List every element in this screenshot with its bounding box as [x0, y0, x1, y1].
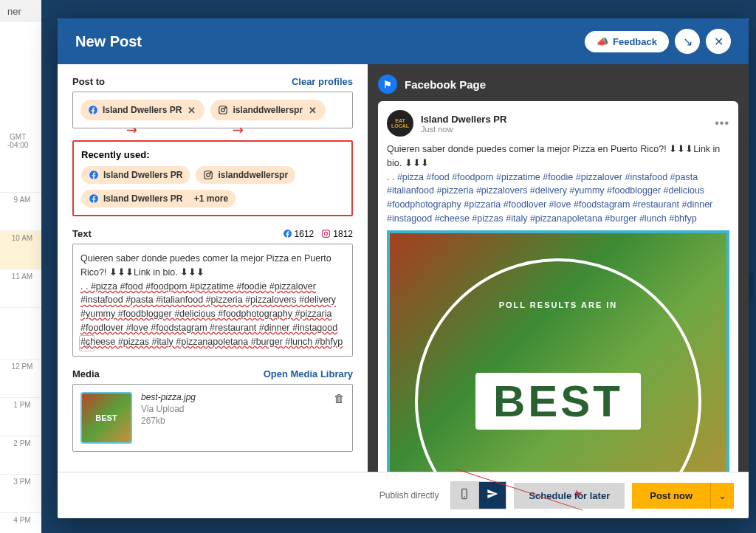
- text-label: Text: [72, 228, 92, 239]
- feedback-button[interactable]: 📣 Feedback: [585, 31, 669, 52]
- flag-icon: ⚑: [378, 75, 397, 94]
- profiles-input[interactable]: Island Dwellers PR ✕ islanddwellerspr ✕ …: [72, 92, 353, 128]
- timezone-label: GMT -04:00: [7, 133, 28, 149]
- recent-chip[interactable]: Island Dwellers PR: [81, 166, 190, 184]
- media-filename: best-pizza.jpg: [141, 392, 325, 402]
- facebook-preview-card: EAT LOCAL Island Dwellers PR Just now ••…: [378, 101, 738, 472]
- modal-header: New Post 📣 Feedback ↘ ✕: [58, 18, 749, 64]
- facebook-icon: [89, 193, 99, 204]
- clear-profiles-link[interactable]: Clear profiles: [292, 76, 353, 87]
- hour-10am: 10 AM: [0, 230, 44, 269]
- preview-image: POLL RESULTS ARE IN BEST THE BEST PIZZAS…: [387, 230, 729, 472]
- hour-4pm: 4 PM: [0, 512, 44, 533]
- hour-2pm: 2 PM: [0, 436, 44, 474]
- facebook-icon: [88, 105, 98, 115]
- media-source: Via Upload: [141, 404, 325, 414]
- trash-icon: 🗑: [334, 392, 345, 405]
- post-text-input[interactable]: Quieren saber donde puedes comer la mejo…: [72, 244, 353, 357]
- recently-used-label: Recently used:: [81, 149, 344, 160]
- more-horizontal-icon: •••: [715, 117, 729, 129]
- media-label: Media: [72, 368, 100, 379]
- svg-point-5: [210, 172, 211, 173]
- close-button[interactable]: ✕: [706, 29, 731, 54]
- badge-mid-text: BEST: [475, 373, 641, 430]
- post-dropdown-button[interactable]: ⌄: [710, 483, 734, 509]
- post-time: Just now: [421, 125, 506, 134]
- char-counts: 1612 1812: [283, 229, 353, 239]
- page-name: Island Dwellers PR: [421, 114, 506, 125]
- delete-media-button[interactable]: 🗑: [334, 392, 345, 405]
- recent-chip[interactable]: islanddwellerspr: [196, 166, 295, 184]
- hour-11am: 11 AM: [0, 269, 44, 307]
- hour-9am: 9 AM: [0, 192, 44, 230]
- svg-point-7: [325, 232, 328, 235]
- post-to-label: Post to: [72, 76, 105, 87]
- direct-publish-button[interactable]: [478, 481, 506, 509]
- preview-text: Quieren saber donde puedes comer la mejo…: [387, 144, 720, 168]
- schedule-button[interactable]: Schedule for later: [514, 483, 625, 509]
- instagram-icon: [218, 105, 228, 115]
- media-library-link[interactable]: Open Media Library: [264, 368, 353, 379]
- compose-panel: Post to Clear profiles Island Dwellers P…: [58, 64, 368, 472]
- post-menu-button[interactable]: •••: [715, 117, 729, 130]
- media-thumbnail[interactable]: BEST: [80, 392, 132, 444]
- preview-panel: ⚑ Facebook Page EAT LOCAL Island Dweller…: [368, 64, 749, 472]
- modal-footer: Publish directly Schedule for later Post…: [58, 472, 749, 518]
- publish-directly-label: Publish directly: [379, 490, 439, 501]
- emoji-button[interactable]: ☺: [79, 335, 95, 351]
- svg-rect-6: [323, 230, 330, 238]
- mobile-icon: [458, 488, 470, 503]
- instagram-icon: [203, 170, 213, 180]
- modal-title: New Post: [75, 33, 142, 50]
- remove-chip-icon[interactable]: ✕: [186, 105, 197, 116]
- preview-hashtags: . . #pizza #food #foodporn #pizzatime #f…: [387, 172, 712, 224]
- post-now-button[interactable]: Post now: [632, 483, 710, 509]
- new-post-modal: New Post 📣 Feedback ↘ ✕ Post to Clear pr…: [58, 18, 749, 518]
- svg-rect-8: [462, 489, 467, 498]
- remove-chip-icon[interactable]: ✕: [307, 105, 318, 116]
- hour-3pm: 3 PM: [0, 474, 44, 512]
- svg-point-2: [225, 107, 226, 108]
- hour-12pm: 12 PM: [0, 359, 44, 397]
- svg-point-4: [207, 173, 210, 177]
- recently-used-box: Recently used: Island Dwellers PR island…: [72, 140, 353, 216]
- recent-chip[interactable]: Island Dwellers PR +1 more: [81, 190, 236, 207]
- hour-1pm: 1 PM: [0, 397, 44, 436]
- chevron-down-icon: ⌄: [718, 490, 726, 501]
- send-icon: [487, 488, 498, 503]
- megaphone-icon: 📣: [597, 36, 608, 47]
- media-item: BEST best-pizza.jpg Via Upload 267kb 🗑: [72, 384, 353, 452]
- page-avatar: EAT LOCAL: [387, 110, 413, 137]
- instagram-icon: [321, 229, 331, 238]
- profile-chip-instagram[interactable]: islanddwellerspr ✕: [210, 100, 326, 120]
- bg-header: ner: [7, 6, 21, 17]
- badge-top-text: POLL RESULTS ARE IN: [499, 300, 618, 309]
- smile-icon: ☺: [82, 337, 92, 351]
- mobile-publish-button[interactable]: [450, 481, 478, 509]
- preview-platform-label: Facebook Page: [405, 78, 486, 91]
- close-icon: ✕: [714, 35, 724, 49]
- arrow-down-right-icon: ↘: [683, 35, 693, 49]
- profile-chip-facebook[interactable]: Island Dwellers PR ✕: [80, 100, 205, 120]
- svg-point-1: [221, 109, 225, 112]
- facebook-icon: [89, 170, 99, 180]
- media-size: 267kb: [141, 416, 325, 426]
- minimize-button[interactable]: ↘: [675, 29, 700, 54]
- facebook-icon: [283, 229, 292, 238]
